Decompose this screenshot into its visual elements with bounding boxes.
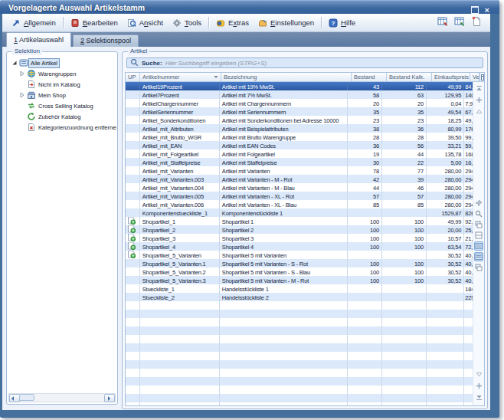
grid-row[interactable]: Artikel_mit_EANArtikel mit EAN Codes3656…: [126, 141, 473, 149]
column-header-einkaufspreis[interactable]: Einkaufspreis: [432, 73, 470, 82]
grid-row[interactable]: Artikel_mit_Varianten.003Artikel mit Var…: [126, 175, 473, 183]
table-export-button[interactable]: [453, 17, 466, 29]
column-chooser-button[interactable]: [479, 73, 485, 82]
grid-row[interactable]: Artikel_mit_Varianten.005Artikel mit Var…: [126, 192, 473, 200]
column-header-bezeichnung[interactable]: Bezeichnung: [221, 73, 352, 82]
grid-row[interactable]: Artikel7ProzentArtikel mit 7% MwSt.58631…: [126, 90, 473, 99]
close-button[interactable]: ×: [485, 6, 489, 14]
grid-row[interactable]: Shopartikel_5_Varianten.3Shopartikel 5 m…: [126, 276, 473, 284]
search-bar[interactable]: Suche: Hier Suchbegriff eingeben (STRG+S…: [126, 57, 483, 68]
tree-item-alle-artikel[interactable]: Alle Artikel: [8, 57, 116, 68]
detail-view-button[interactable]: [474, 252, 483, 261]
grid-empty-row[interactable]: [126, 402, 473, 405]
scroll-right-button[interactable]: [104, 394, 115, 402]
grid-header: UPArtikelnummerBezeichnungBestandBestand…: [126, 73, 479, 82]
cell-einkaufspreis: 0,04: [427, 99, 464, 107]
grid-empty-row[interactable]: [126, 343, 473, 352]
grid-empty-row[interactable]: [126, 335, 473, 343]
grid-row[interactable]: Shopartikel_5_Varianten.1Shopartikel 5 m…: [126, 259, 473, 267]
table-import-button[interactable]: [437, 17, 449, 29]
grid-row[interactable]: Artikel_mit_AttributenArtikel mit Beispi…: [126, 124, 473, 133]
grid-row[interactable]: Artikel_mit_FolgeartikelArtikel mit Folg…: [126, 149, 473, 158]
grid-row[interactable]: ArtikelChargennummerArtikel mit Chargenn…: [126, 99, 473, 107]
new-doc-icon: [471, 16, 482, 30]
menu-einstellungen[interactable]: Einstellungen: [254, 17, 319, 29]
nicht-im-katalog-icon: [26, 80, 36, 89]
cell-einkaufspreis: 30,52: [427, 276, 464, 284]
grid-row[interactable]: Komponentenstueckliste_1Komponentenstück…: [126, 208, 473, 217]
grid-row[interactable]: Shopartikel_1Shopartikel 110010049,9992,: [126, 217, 473, 225]
expander-expanded-icon[interactable]: [11, 60, 18, 66]
grid-row[interactable]: Artikel_SonderkonditionenArtikel mit Son…: [126, 116, 473, 124]
grid-row[interactable]: Artikel_mit_Brutto_WGRArtikel mit Brutto…: [126, 133, 473, 141]
menu-tools[interactable]: Tools: [168, 17, 206, 29]
cell-bezeichnung: [220, 301, 348, 310]
split-view-icon[interactable]: [474, 231, 483, 240]
cell-bezeichnung: Artikel mit Seriennummern: [220, 107, 348, 116]
grid-row[interactable]: Shopartikel_4Shopartikel 410010063,5472,: [126, 242, 473, 251]
tree-item-kategorienzuordnung-entfernen[interactable]: Kategorienzuordnung entfernen: [8, 122, 116, 133]
cell-bestand: 85: [348, 200, 382, 208]
tree-item-zubehoer-katalog[interactable]: Zubehör Katalog: [8, 111, 116, 122]
tree-item-cross-selling-katalog[interactable]: Cross Selling Katalog: [8, 100, 116, 111]
grid-empty-row[interactable]: [126, 360, 473, 369]
selection-hscrollbar[interactable]: [8, 393, 116, 402]
grid-row[interactable]: Artikel_mit_StaffelpreiseArtikel mit Sta…: [126, 158, 473, 166]
expand-button[interactable]: [474, 95, 483, 104]
tree-item-warengruppen[interactable]: Warengruppen: [8, 68, 116, 79]
grid-row[interactable]: Shopartikel_5_VariantenShopartikel 5 mit…: [126, 251, 473, 259]
column-header-up[interactable]: UP: [126, 73, 140, 82]
layers-icon[interactable]: [474, 220, 483, 229]
grid-empty-row[interactable]: [126, 310, 473, 318]
column-header-bestand_kalk[interactable]: Bestand Kalk.: [387, 73, 432, 82]
list-view-button[interactable]: [474, 241, 483, 251]
column-header-bestand[interactable]: Bestand: [352, 73, 387, 82]
tab-selektionspool[interactable]: 2 Selektionspool: [73, 34, 139, 47]
grid-row[interactable]: Shopartikel_3Shopartikel 310010010,5721,: [126, 234, 473, 242]
pin-icon[interactable]: [474, 199, 483, 208]
grid-empty-row[interactable]: [126, 377, 473, 386]
grid-empty-row[interactable]: [126, 326, 473, 335]
grid-empty-row[interactable]: [126, 352, 473, 360]
grid-row[interactable]: ArtikelSeriennummerArtikel mit Seriennum…: [126, 107, 473, 116]
grid-empty-row[interactable]: [126, 301, 473, 310]
grid-row[interactable]: Artikel_mit_VariantenArtikel mit Variant…: [126, 166, 473, 175]
grid-row[interactable]: Stueckliste_2Handelsstückliste 2229: [126, 293, 473, 301]
scroll-down-button[interactable]: [474, 369, 483, 379]
column-header-ve[interactable]: Ve: [470, 73, 479, 82]
grid-row[interactable]: Artikel_mit_Varianten.004Artikel mit Var…: [126, 183, 473, 192]
column-header-artikelnummer[interactable]: Artikelnummer: [140, 73, 221, 82]
grid-row[interactable]: Artikel19ProzentArtikel mit 19% MwSt.431…: [126, 82, 473, 90]
grid-empty-row[interactable]: [126, 386, 473, 394]
scroll-left-button[interactable]: [9, 394, 20, 402]
row-search-icon[interactable]: [474, 209, 483, 218]
scroll-to-top-button[interactable]: [474, 84, 483, 93]
grid-row[interactable]: Artikel_mit_Varianten.006Artikel mit Var…: [126, 200, 473, 208]
panels-icon[interactable]: [474, 263, 483, 272]
tab-artikelauswahl[interactable]: 1 Artikelauswahl: [6, 32, 71, 47]
tree-item-nicht-im-katalog[interactable]: Nicht im Katalog: [8, 79, 116, 90]
menu-hilfe[interactable]: ?Hilfe: [324, 17, 360, 29]
expander-collapsed-icon[interactable]: [18, 71, 26, 77]
grid-row[interactable]: Shopartikel_2Shopartikel 210010020,0025,: [126, 225, 473, 234]
grid-empty-row[interactable]: [126, 318, 473, 326]
expand-bottom-button[interactable]: [474, 381, 483, 390]
grid-row[interactable]: Stueckliste_1Handelsstückliste 1184: [126, 284, 473, 293]
expander-collapsed-icon[interactable]: [18, 92, 26, 98]
scroll-to-bottom-button[interactable]: [474, 392, 483, 402]
hscroll-thumb[interactable]: [19, 394, 34, 401]
grid-empty-row[interactable]: [126, 394, 473, 402]
cell-artikelnummer: Artikel_mit_Varianten.005: [140, 192, 220, 200]
menu-bearbeiten[interactable]: Bearbeiten: [66, 17, 123, 29]
grid-row[interactable]: Shopartikel_5_Varianten.2Shopartikel 5 m…: [126, 267, 473, 276]
kategorien-entfernen-icon: [26, 123, 36, 132]
grid-empty-row[interactable]: [126, 369, 473, 377]
menu-extras[interactable]: Extras: [211, 17, 254, 29]
new-document-button[interactable]: [470, 17, 483, 29]
tree-item-mein-shop[interactable]: Mein Shop: [8, 90, 116, 100]
cell-bezeichnung: Artikel mit Varianten - M - Blau: [220, 183, 348, 192]
menu-ansicht[interactable]: Ansicht: [123, 17, 168, 29]
scroll-up-button[interactable]: [474, 107, 483, 116]
menu-allgemein[interactable]: Allgemein: [7, 17, 61, 29]
menu-label: Hilfe: [341, 18, 355, 27]
